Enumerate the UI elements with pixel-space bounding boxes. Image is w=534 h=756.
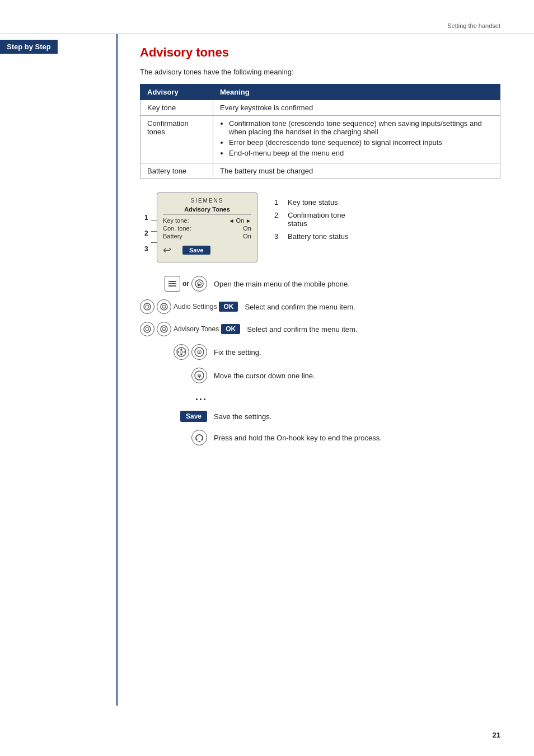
note-num: 1 [274,198,283,206]
phone-row-keytone: Key tone: ◄ On ► [163,217,251,224]
svg-point-21 [180,351,183,354]
list-item: End-of-menu beep at the menu end [229,149,493,157]
arrow-left-icon: ◄ [229,218,235,224]
list-item: Error beep (decrescendo tone sequence) t… [229,138,493,147]
instruction-row-5: Move the cursor down one line. [140,368,500,383]
nav-icon-right: 4 [157,299,171,314]
instruction-text-5: Move the cursor down one line. [214,372,500,380]
diagram-note-3: 3 Battery tone status [274,232,348,241]
table-cell-advisory: Confirmation tones [140,116,213,163]
instruction-icons-1: or ▶ [140,276,207,292]
instruction-row-onhook: Press and hold the On-hook key to end th… [140,430,500,445]
audio-settings-label: Audio Settings [174,303,217,311]
nav-icon-right2: 4 [157,322,171,336]
table-cell-meaning: The battery must be charged [213,163,500,179]
table-col2: Meaning [213,84,500,100]
svg-marker-20 [184,351,185,353]
instruction-text-4: Fix the setting. [214,348,500,356]
table-cell-meaning: Confirmation tone (crescendo tone sequen… [213,116,500,163]
note-num: 2 [274,211,283,228]
line-number-2: 2 [144,229,148,237]
instruction-icons-dots: ... [140,391,207,403]
page-number: 21 [493,731,500,739]
instructions: or ▶ Open the main menu of the mobile ph… [140,276,500,445]
phone-row-value: On [243,233,251,240]
nav-circle-icon: ▶ [191,276,207,292]
4way-nav-icon [174,344,189,360]
instruction-icons-3: 4 Advisory Tones OK [140,322,240,336]
sidebar-label: Step by Step [0,40,58,54]
diagram-notes: 1 Key tone status 2 Confirmation tonesta… [274,192,348,241]
note-num: 3 [274,232,283,241]
advisory-table: Advisory Meaning Key tone Every keystrok… [140,84,500,179]
note-text: Battery tone status [288,232,348,241]
nav-icon-left2 [140,322,154,336]
table-row: Battery tone The battery must be charged [140,163,500,179]
or-text: or [182,280,189,288]
instruction-text-2: Select and confirm the menu item. [245,303,500,311]
svg-point-11 [144,326,151,332]
menu-icon [165,276,180,292]
page-container: Setting the handset Step by Step Advisor… [0,0,534,756]
phone-row-label: Con. tone: [163,225,191,232]
note-text: Confirmation tonestatus [288,211,345,228]
ok-button-2[interactable]: OK [221,324,240,334]
down-nav-icon [191,368,207,383]
instruction-row-3: 4 Advisory Tones OK Select and confirm t… [140,322,500,336]
advisory-tones-label: Advisory Tones [174,325,219,333]
nav-icon-left [140,299,154,314]
instruction-row-2: 4 Audio Settings OK Select and confirm t… [140,299,500,314]
table-cell-advisory: Battery tone [140,163,213,179]
header-right-text: Setting the handset [447,22,500,29]
svg-point-6 [144,303,151,310]
phone-row-battery: Battery On [163,233,251,240]
instruction-row-save: Save Save the settings. [140,411,500,422]
table-cell-meaning: Every keystroke is confirmed [213,100,500,116]
contone-value: On [243,225,251,232]
phone-screen-wrapper: 1 2 3 SIEMENS Advisory Tones [157,192,257,262]
svg-point-12 [146,327,149,331]
instruction-icons-save: Save [140,411,207,422]
phone-screen-title: Advisory Tones [163,206,251,215]
dots-indicator: ... [195,391,207,403]
table-cell-advisory: Key tone [140,100,213,116]
diagram-note-1: 1 Key tone status [274,198,348,206]
svg-marker-18 [180,354,182,356]
svg-point-7 [146,305,149,308]
note-text: Key tone status [288,198,338,206]
diagram-section: 1 2 3 SIEMENS Advisory Tones [140,192,500,262]
phone-row-label: Battery [163,233,182,240]
instruction-text-onhook: Press and hold the On-hook key to end th… [214,434,500,442]
phone-save-button: Save [182,246,210,255]
back-arrow-icon: ↩ [163,244,171,256]
table-row: Confirmation tones Confirmation tone (cr… [140,116,500,163]
line-number-1: 1 [144,214,148,222]
instruction-text-3: Select and confirm the menu item. [247,325,500,334]
phone-row-contone: Con. tone: On [163,225,251,232]
page-title: Advisory tones [140,45,500,60]
phone-screen: SIEMENS Advisory Tones Key tone: ◄ On ► [157,192,257,262]
svg-marker-17 [180,348,182,350]
svg-text:4: 4 [198,351,200,355]
onhook-icon [191,430,207,445]
intro-text: The advisory tones have the following me… [140,68,500,76]
instruction-text-save: Save the settings. [214,412,500,421]
arrow-right-icon: ► [246,218,251,224]
svg-marker-19 [177,351,179,353]
list-item: Confirmation tone (crescendo tone sequen… [229,119,493,136]
instruction-icons-onhook [140,430,207,445]
diagram-note-2: 2 Confirmation tonestatus [274,211,348,228]
table-col1: Advisory [140,84,213,100]
instruction-icons-4: 4 [140,344,207,360]
ok-button-1[interactable]: OK [219,302,238,312]
content-wrapper: Step by Step Advisory tones The advisory… [0,34,534,706]
instruction-row-dots: ... [140,391,500,403]
instruction-icons-2: 4 Audio Settings OK [140,299,238,314]
instruction-text-1: Open the main menu of the mobile phone. [214,280,500,288]
save-button[interactable]: Save [180,411,207,422]
instruction-row-4: 4 Fix the setting. [140,344,500,360]
phone-row-label: Key tone: [163,217,189,224]
phone-row-value: ◄ On ► [229,217,252,224]
instruction-icons-5 [140,368,207,383]
main-content: Advisory tones The advisory tones have t… [118,34,534,706]
